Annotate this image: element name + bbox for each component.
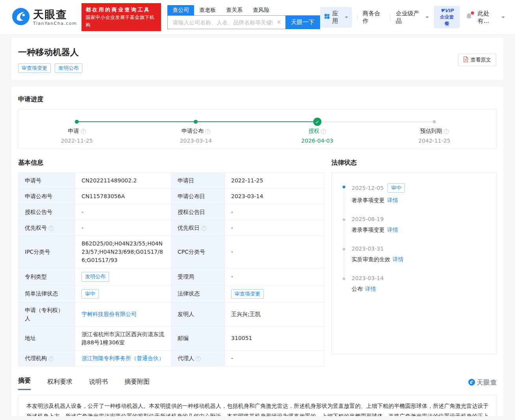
field-label: IPC分类号 bbox=[19, 236, 75, 268]
step-label: 申请公布 bbox=[182, 128, 204, 134]
search-tab-company[interactable]: 查公司 bbox=[167, 5, 194, 15]
table-row: 授权公告号 - 授权公告日 - bbox=[19, 204, 324, 220]
legal-status-timeline: 2025-12-05审中 著录事项变更详情 2025-08-19 著录事项变更详… bbox=[332, 173, 497, 354]
search-button[interactable]: 天眼一下 bbox=[285, 15, 320, 29]
tab-abstract[interactable]: 摘要 bbox=[18, 377, 31, 390]
field-value: 审查项变更 bbox=[225, 285, 324, 302]
application-progress-timeline: 申请? 2022-11-25 申请公布? 2023-03-14 ✓ 授权? 20… bbox=[18, 109, 497, 149]
apps-grid-icon bbox=[324, 13, 330, 21]
applicant-link[interactable]: 宇树科技股份有限公司 bbox=[82, 311, 137, 317]
table-row: 申请公布号 CN115783056A 申请公布日 2023-03-14 bbox=[19, 189, 324, 204]
legal-date: 2023-03-14 bbox=[352, 275, 383, 281]
detail-link[interactable]: 详情 bbox=[365, 286, 376, 292]
view-original-button[interactable]: 查看原文 bbox=[458, 54, 496, 66]
search-tab-relation[interactable]: 查关系 bbox=[221, 5, 248, 15]
status-badge-invention-publication: 发明公布 bbox=[55, 63, 82, 73]
chevron-down-icon bbox=[345, 17, 348, 20]
help-icon[interactable]: ? bbox=[196, 356, 201, 361]
legal-event: 著录事项变更 bbox=[352, 197, 385, 203]
field-value: - bbox=[75, 220, 171, 236]
watermark-logo: 天眼查 bbox=[468, 379, 497, 390]
field-label-text: 优先权日 bbox=[178, 225, 200, 231]
help-icon[interactable]: ? bbox=[201, 226, 206, 231]
notification-dot bbox=[471, 11, 474, 15]
field-value: - bbox=[75, 204, 171, 220]
timeline-connector bbox=[344, 190, 344, 217]
field-value: 审中 bbox=[75, 285, 171, 302]
field-label-text: 优先权号 bbox=[25, 225, 47, 231]
help-icon[interactable]: ? bbox=[205, 129, 210, 134]
legal-status-item: 2023-03-14 公布详情 bbox=[340, 275, 489, 305]
brand-domain: TianYanCha.com bbox=[33, 21, 77, 26]
pdf-icon bbox=[463, 56, 469, 63]
search-tabs: 查公司 查老板 查关系 查风险 bbox=[167, 5, 320, 15]
top-header: 天眼查 TianYanCha.com 都在用的商业查询工具 国家中小企业发展子基… bbox=[0, 0, 515, 35]
page-title: 一种移动机器人 bbox=[18, 46, 497, 58]
brand-slogan: 都在用的商业查询工具 国家中小企业发展子基金旗下机构 bbox=[82, 3, 161, 31]
help-icon[interactable]: ? bbox=[321, 129, 326, 134]
step-date: 2042-11-25 bbox=[399, 138, 470, 144]
timeline-dot bbox=[343, 218, 345, 221]
table-row: 优先权号? - 优先权日? - bbox=[19, 220, 324, 236]
notification-bell-icon[interactable] bbox=[465, 12, 473, 22]
vip-sub-label: 企业套餐 bbox=[438, 14, 456, 26]
agency-link[interactable]: 浙江翔隆专利事务所（普通合伙） bbox=[82, 355, 164, 361]
help-icon[interactable]: ? bbox=[48, 356, 54, 361]
field-label: 法律状态 bbox=[171, 285, 225, 302]
patent-detail-card: 申请进度 申请? 2022-11-25 申请公布? 2023-03-14 ✓ 授… bbox=[12, 87, 503, 416]
detail-link[interactable]: 详情 bbox=[393, 256, 404, 262]
brand-name: 天眼查 bbox=[33, 9, 77, 20]
help-icon[interactable]: ? bbox=[48, 226, 54, 231]
divider bbox=[357, 14, 358, 20]
field-value: CN115783056A bbox=[75, 189, 171, 204]
detail-link[interactable]: 详情 bbox=[387, 197, 398, 203]
help-icon[interactable]: ? bbox=[444, 129, 449, 134]
search-area: 查公司 查老板 查关系 查风险 × 天眼一下 bbox=[167, 5, 320, 29]
nav-cooperation[interactable]: 商务合作 bbox=[363, 10, 385, 25]
timeline-dot bbox=[194, 120, 198, 124]
field-label: 邮编 bbox=[171, 326, 225, 350]
legal-status-item: 2023-03-31 实质审查的生效详情 bbox=[340, 245, 489, 275]
header-nav: 应用 商务合作 企业级产品 ♥VIP 企业套餐 此处有... bbox=[320, 6, 505, 28]
progress-step-grant: ✓ 授权? 2026-04-03 bbox=[282, 110, 353, 144]
eye-logo-icon bbox=[468, 379, 475, 387]
timeline-connector bbox=[344, 252, 344, 277]
field-value: B62D25/00;H04N23/55;H04N23/57;H04N23/698… bbox=[75, 236, 171, 268]
nav-user-more[interactable]: 此处有... bbox=[478, 10, 505, 25]
field-label: 代理机构? bbox=[19, 350, 75, 366]
field-label: 简单法律状态 bbox=[19, 285, 75, 302]
user-more-label: 此处有... bbox=[478, 10, 500, 25]
patent-type-badge: 发明公布 bbox=[82, 272, 109, 281]
watermark-text: 天眼查 bbox=[477, 379, 497, 387]
tianyancha-logo[interactable]: 天眼查 TianYanCha.com bbox=[12, 7, 77, 27]
search-tab-risk[interactable]: 查风险 bbox=[248, 5, 274, 15]
nav-enterprise-products[interactable]: 企业级产品 bbox=[396, 10, 429, 25]
tab-description[interactable]: 说明书 bbox=[89, 378, 108, 390]
help-icon[interactable]: ? bbox=[81, 129, 86, 134]
field-label: 申请（专利权）人 bbox=[19, 302, 75, 326]
vip-package-badge[interactable]: ♥VIP 企业套餐 bbox=[434, 6, 460, 28]
field-value: 2023-03-14 bbox=[225, 189, 324, 204]
progress-step-publication: 申请公布? 2023-03-14 bbox=[160, 110, 231, 144]
step-label: 申请 bbox=[68, 128, 79, 134]
tab-claims[interactable]: 权利要求 bbox=[47, 378, 72, 390]
legal-date: 2025-12-05 bbox=[352, 185, 383, 191]
clear-icon[interactable]: × bbox=[276, 19, 282, 26]
step-date: 2022-11-25 bbox=[41, 138, 112, 144]
legal-status-heading: 法律状态 bbox=[332, 159, 497, 167]
tab-abstract-figure[interactable]: 摘要附图 bbox=[124, 378, 150, 390]
progress-step-application: 申请? 2022-11-25 bbox=[41, 110, 112, 144]
table-row: 申请（专利权）人 宇树科技股份有限公司 发明人 王兴兴;王凯 bbox=[19, 302, 324, 326]
apps-label: 应用 bbox=[332, 10, 343, 25]
field-label-text: 代理人 bbox=[178, 355, 194, 361]
heart-icon: ♥ bbox=[440, 8, 445, 13]
field-label: 申请日 bbox=[171, 173, 225, 189]
field-value: 王兴兴;王凯 bbox=[225, 302, 324, 326]
slogan-line2: 国家中小企业发展子基金旗下机构 bbox=[85, 14, 157, 28]
detail-link[interactable]: 详情 bbox=[387, 227, 398, 233]
vip-label: VIP bbox=[445, 8, 454, 13]
field-value: 浙江翔隆专利事务所（普通合伙） bbox=[75, 350, 171, 366]
search-input[interactable] bbox=[167, 15, 285, 29]
apps-menu[interactable]: 应用 bbox=[320, 7, 352, 28]
search-tab-boss[interactable]: 查老板 bbox=[194, 5, 221, 15]
